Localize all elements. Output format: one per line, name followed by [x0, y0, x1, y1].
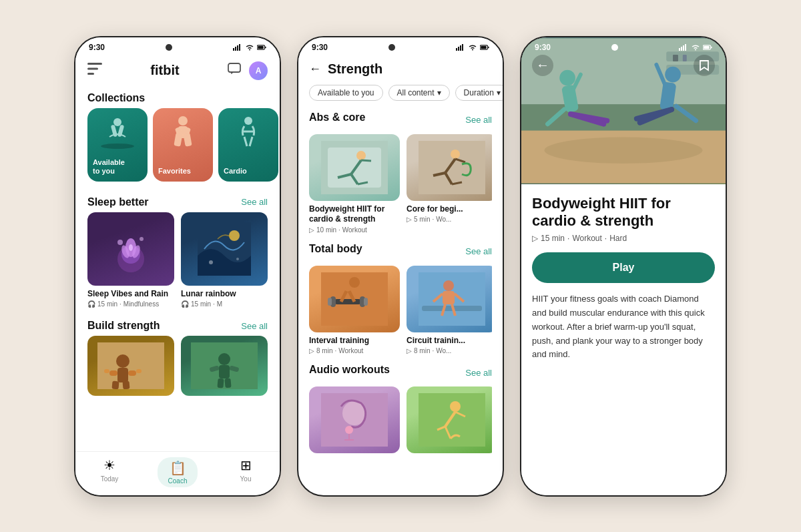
svg-rect-49 — [224, 378, 231, 388]
nav-today[interactable]: ☀ Today — [75, 457, 144, 487]
strength-see-all[interactable]: See all — [241, 321, 268, 331]
total-img-2 — [407, 266, 492, 332]
total-card-1-category: Workout — [338, 347, 363, 354]
svg-rect-20 — [183, 132, 192, 146]
nav-coach-label: Coach — [168, 477, 188, 485]
total-card-2-duration: 8 min — [414, 347, 430, 354]
bookmark-button[interactable] — [694, 55, 715, 76]
status-icons-1 — [233, 43, 266, 52]
collections-title: Collections — [87, 92, 145, 104]
svg-point-121 — [665, 66, 681, 82]
svg-rect-2 — [237, 45, 238, 51]
play-icon-abs1: ▷ — [309, 226, 314, 234]
phone1-content: fitbit A Collections — [75, 55, 280, 451]
total-card-1[interactable]: Interval training ▷ 8 min · Workout — [309, 266, 400, 355]
sleep-card-1-duration: 15 min — [97, 300, 117, 308]
collection-card-cardio[interactable]: Cardio — [218, 108, 278, 182]
phone-3: 9:30 — [520, 36, 727, 497]
filter-available[interactable]: Available to you — [309, 85, 383, 101]
wifi-icon-2 — [468, 43, 477, 52]
strength-img-1 — [87, 336, 174, 396]
strength-cards-row — [75, 336, 280, 401]
svg-rect-36 — [117, 368, 128, 382]
avatar[interactable]: A — [249, 61, 268, 80]
total-card-1-title: Interval training — [309, 336, 400, 346]
svg-rect-53 — [462, 44, 463, 51]
svg-rect-0 — [233, 48, 234, 51]
abs-img-2 — [407, 134, 492, 201]
back-button-3[interactable]: ← — [532, 55, 553, 76]
nav-coach[interactable]: 📋 Coach — [144, 457, 212, 487]
abs-card-1[interactable]: Bodyweight HIIT for cardio & strength ▷ … — [309, 134, 400, 234]
sleep-card-1-title: Sleep Vibes and Rain — [87, 289, 174, 300]
total-card-1-duration: 8 min — [316, 347, 332, 354]
clock-icon: ▷ — [532, 234, 538, 243]
svg-rect-7 — [87, 63, 102, 65]
svg-point-32 — [209, 260, 213, 264]
filter-content[interactable]: All content ▾ — [388, 85, 450, 101]
audio-card-1[interactable] — [309, 386, 400, 457]
svg-point-44 — [218, 353, 230, 365]
total-body-title: Total body — [309, 243, 362, 255]
coach-icon: 📋 — [170, 460, 186, 476]
nav-coach-active: 📋 Coach — [158, 457, 198, 487]
collection-label-cardio: Cardio — [224, 167, 247, 176]
play-button[interactable]: Play — [532, 252, 715, 283]
nav-you[interactable]: ⊞ You — [212, 457, 280, 487]
signal-icon-2 — [456, 43, 465, 52]
svg-rect-39 — [104, 369, 109, 373]
collection-card-available[interactable]: Availableto you — [87, 108, 148, 182]
sleep-cards: Sleep Vibes and Rain 🎧 15 min · Mindfuln… — [75, 212, 280, 314]
svg-rect-48 — [217, 378, 224, 388]
total-card-2[interactable]: Circuit trainin... ▷ 8 min · Wo... — [407, 266, 492, 355]
audio-card-2[interactable] — [407, 386, 492, 457]
svg-point-73 — [349, 277, 360, 288]
collection-card-favorites[interactable]: Favorites — [153, 108, 213, 182]
you-icon: ⊞ — [240, 457, 252, 473]
abs-see-all[interactable]: See all — [465, 115, 492, 125]
sleep-section-header: Sleep better See all — [75, 190, 280, 212]
status-time-1: 9:30 — [89, 43, 105, 52]
abs-card-2[interactable]: Core for begi... ▷ 5 min · Wo... — [407, 134, 492, 234]
collection-label-favorites: Favorites — [158, 167, 191, 176]
svg-rect-65 — [419, 141, 485, 194]
svg-point-59 — [356, 151, 366, 160]
total-card-2-meta: ▷ 8 min · Wo... — [407, 347, 492, 354]
strength-card-2[interactable] — [181, 336, 268, 396]
sleep-card-2-category: M — [217, 300, 222, 308]
app-title: fitbit — [150, 63, 179, 78]
sleep-see-all[interactable]: See all — [241, 197, 268, 207]
signal-icon — [233, 43, 242, 52]
collections-row: Availableto you Favorites — [75, 108, 280, 190]
audio-cards-row — [309, 386, 492, 457]
svg-rect-19 — [174, 132, 182, 146]
message-icon[interactable] — [228, 63, 241, 78]
sleep-card-2[interactable]: Lunar rainbow 🎧 15 min · M — [181, 212, 268, 308]
svg-point-21 — [244, 117, 252, 125]
abs-card-1-meta: ▷ 10 min · Workout — [309, 226, 400, 234]
svg-point-14 — [113, 118, 121, 126]
strength-card-1[interactable] — [87, 336, 174, 396]
filter-duration[interactable]: Duration ▾ — [455, 85, 503, 101]
menu-icon[interactable] — [87, 63, 102, 78]
svg-rect-100 — [679, 48, 680, 51]
abs-cards-row: Bodyweight HIIT for cardio & strength ▷ … — [309, 134, 492, 234]
collection-illustration-available — [87, 108, 148, 155]
sleep-card-2-meta: 🎧 15 min · M — [181, 300, 268, 308]
strength-section-header: Build strength See all — [75, 313, 280, 336]
total-see-all[interactable]: See all — [465, 246, 492, 256]
play-icon-total1: ▷ — [309, 347, 314, 354]
filter-content-label: All content — [397, 88, 435, 97]
total-img-1 — [309, 266, 400, 332]
total-card-1-meta: ▷ 8 min · Workout — [309, 347, 400, 354]
back-button-2[interactable]: ← — [309, 62, 321, 76]
svg-rect-3 — [239, 44, 240, 51]
audio-see-all[interactable]: See all — [465, 368, 492, 378]
wifi-icon — [245, 43, 254, 52]
camera-dot-3 — [611, 44, 618, 51]
strength-title: Build strength — [87, 320, 160, 332]
total-card-2-title: Circuit trainin... — [407, 336, 492, 346]
sleep-img-1 — [87, 212, 174, 286]
sleep-card-1[interactable]: Sleep Vibes and Rain 🎧 15 min · Mindfuln… — [87, 212, 174, 308]
phone2-header: ← Strength — [298, 55, 503, 82]
